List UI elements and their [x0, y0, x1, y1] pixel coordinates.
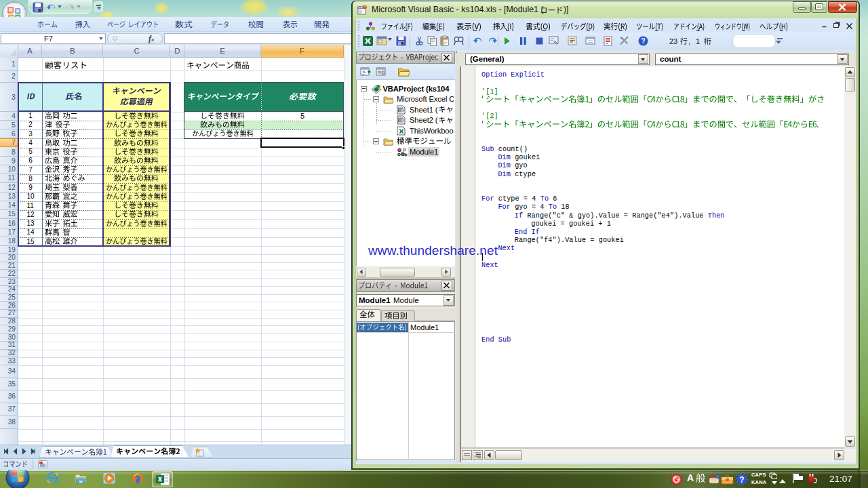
- svg-text:?: ?: [739, 475, 744, 485]
- svg-text:?: ?: [641, 37, 645, 45]
